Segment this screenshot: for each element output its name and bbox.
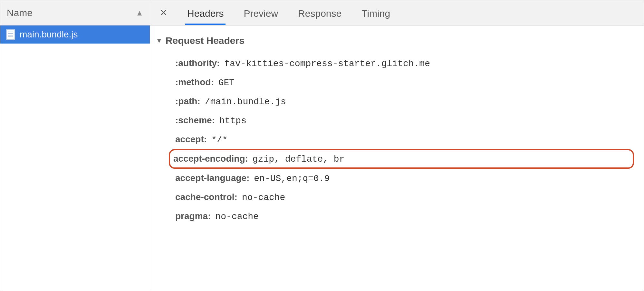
header-value: no-cache bbox=[242, 193, 285, 203]
header-row-accept-encoding: accept-encoding: gzip, deflate, br bbox=[169, 149, 634, 169]
request-list-header[interactable]: Name ▲ bbox=[0, 0, 150, 25]
header-name: :authority: bbox=[175, 58, 220, 68]
tab-preview[interactable]: Preview bbox=[242, 2, 280, 24]
header-name: accept: bbox=[175, 134, 207, 145]
header-row-cache-control: cache-control: no-cache bbox=[173, 188, 634, 207]
disclosure-triangle-icon: ▼ bbox=[156, 37, 162, 45]
header-row-accept-language: accept-language: en-US,en;q=0.9 bbox=[173, 169, 634, 188]
header-value: no-cache bbox=[215, 212, 258, 222]
header-value: gzip, deflate, br bbox=[253, 154, 345, 164]
sort-ascending-icon: ▲ bbox=[136, 8, 143, 17]
devtools-network-panel: Name ▲ main.bundle.js ✕ Headers Preview … bbox=[0, 0, 644, 291]
header-name: cache-control: bbox=[175, 192, 237, 202]
header-row-pragma: pragma: no-cache bbox=[173, 207, 634, 226]
header-name: accept-language: bbox=[175, 173, 249, 183]
header-value: GET bbox=[218, 78, 235, 88]
header-value: fav-kitties-compress-starter.glitch.me bbox=[224, 59, 430, 69]
header-row-method: :method: GET bbox=[173, 73, 634, 92]
request-file-name: main.bundle.js bbox=[20, 29, 78, 40]
header-name: pragma: bbox=[175, 211, 211, 221]
header-row-authority: :authority: fav-kitties-compress-starter… bbox=[173, 54, 634, 73]
details-tab-bar: ✕ Headers Preview Response Timing bbox=[150, 0, 644, 25]
header-row-accept: accept: */* bbox=[173, 130, 634, 149]
header-value: en-US,en;q=0.9 bbox=[254, 174, 330, 184]
file-icon bbox=[6, 29, 15, 40]
header-name: :path: bbox=[175, 96, 200, 106]
header-name: :method: bbox=[175, 77, 214, 87]
request-headers-list: :authority: fav-kitties-compress-starter… bbox=[154, 54, 634, 226]
request-row-selected[interactable]: main.bundle.js bbox=[0, 25, 150, 44]
headers-tab-content: ▼ Request Headers :authority: fav-kittie… bbox=[150, 25, 644, 291]
request-headers-section-toggle[interactable]: ▼ Request Headers bbox=[156, 35, 634, 46]
tab-response[interactable]: Response bbox=[296, 2, 343, 24]
header-name: :scheme: bbox=[175, 115, 215, 125]
header-value: /main.bundle.js bbox=[205, 97, 286, 107]
name-column-header: Name bbox=[7, 7, 33, 18]
request-details-panel: ✕ Headers Preview Response Timing ▼ Requ… bbox=[150, 0, 644, 291]
header-row-path: :path: /main.bundle.js bbox=[173, 92, 634, 111]
close-icon[interactable]: ✕ bbox=[158, 5, 169, 20]
request-list-panel: Name ▲ main.bundle.js bbox=[0, 0, 150, 291]
header-value: https bbox=[219, 116, 246, 126]
tab-timing[interactable]: Timing bbox=[360, 2, 392, 24]
header-value: */* bbox=[211, 135, 227, 145]
header-row-scheme: :scheme: https bbox=[173, 111, 634, 130]
header-name: accept-encoding: bbox=[173, 154, 248, 164]
request-headers-title: Request Headers bbox=[166, 35, 245, 46]
tab-headers[interactable]: Headers bbox=[185, 2, 226, 24]
